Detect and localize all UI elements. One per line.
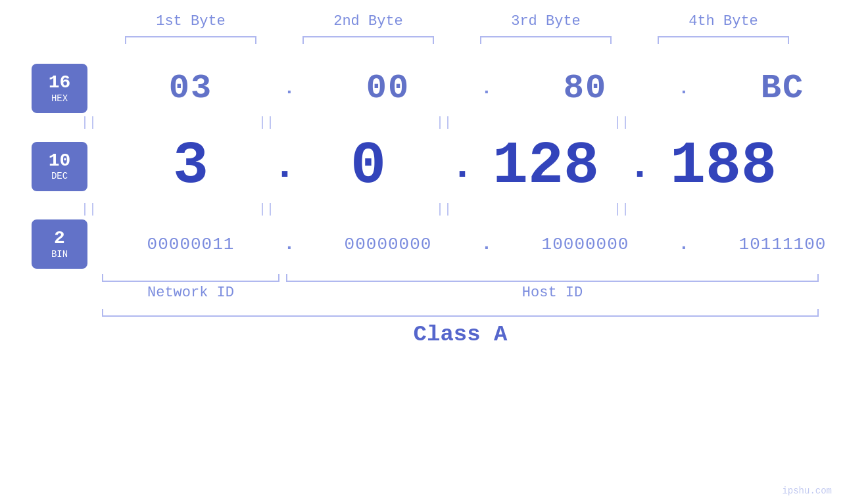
hex-values: 03 . 00 . 80 . BC xyxy=(102,69,845,108)
bin-values: 00000011 . 00000000 . 10000000 . 1011110… xyxy=(102,234,845,254)
hex-row: 16 HEX 03 . 00 . 80 . BC xyxy=(0,64,845,113)
hex-b1: 03 xyxy=(102,69,279,108)
bracket3-line xyxy=(480,36,612,44)
bracket2 xyxy=(279,36,457,44)
eq1-4: || xyxy=(533,116,710,129)
bin-badge-number: 2 xyxy=(54,229,65,249)
eq2-1: || xyxy=(0,203,178,216)
top-brackets xyxy=(102,36,845,44)
bin-b3: 10000000 xyxy=(496,235,674,254)
dec-b1: 3 xyxy=(102,133,279,200)
bin-dot3: . xyxy=(674,234,694,254)
hex-dot3: . xyxy=(674,78,694,99)
bracket3 xyxy=(457,36,635,44)
bin-dot1: . xyxy=(279,234,299,254)
eq1-3: || xyxy=(355,116,533,129)
eq1-1: || xyxy=(0,116,178,129)
bin-badge: 2 BIN xyxy=(32,219,87,269)
bin-b1: 00000011 xyxy=(102,235,279,254)
main-container: 1st Byte 2nd Byte 3rd Byte 4th Byte 16 H… xyxy=(0,0,845,504)
hex-badge-number: 16 xyxy=(49,73,71,93)
hex-b3: 80 xyxy=(496,69,674,108)
hex-badge-label: HEX xyxy=(51,93,68,104)
watermark: ipshu.com xyxy=(782,486,832,496)
equals-row-2: || || || || xyxy=(0,203,845,216)
byte1-header: 1st Byte xyxy=(102,13,279,30)
bottom-section: Network ID Host ID xyxy=(102,274,845,301)
class-section: Class A xyxy=(102,309,819,347)
hex-badge: 16 HEX xyxy=(32,64,87,113)
class-label: Class A xyxy=(102,322,819,347)
bracket1 xyxy=(102,36,279,44)
hex-b2: 00 xyxy=(299,69,477,108)
dec-badge-label: DEC xyxy=(51,171,68,181)
bin-badge-label: BIN xyxy=(51,249,68,260)
eq2-2: || xyxy=(178,203,355,216)
bin-b2: 00000000 xyxy=(299,235,477,254)
network-id-label: Network ID xyxy=(102,285,279,301)
bin-row: 2 BIN 00000011 . 00000000 . 10000000 . 1… xyxy=(0,219,845,269)
byte4-header: 4th Byte xyxy=(635,13,812,30)
dec-badge-number: 10 xyxy=(49,151,71,172)
byte3-header: 3rd Byte xyxy=(457,13,635,30)
host-bracket xyxy=(286,274,819,282)
eq2-4: || xyxy=(533,203,710,216)
dec-row: 10 DEC 3 . 0 . 128 . 188 xyxy=(0,133,845,200)
bottom-labels: Network ID Host ID xyxy=(102,285,845,301)
hex-dot2: . xyxy=(477,78,496,99)
bracket1-line xyxy=(125,36,256,44)
dec-b3: 128 xyxy=(457,133,635,200)
byte2-header: 2nd Byte xyxy=(279,13,457,30)
bin-b4: 10111100 xyxy=(694,235,845,254)
host-id-label: Host ID xyxy=(286,285,819,301)
bracket4 xyxy=(635,36,812,44)
eq1-2: || xyxy=(178,116,355,129)
bracket2-line xyxy=(302,36,434,44)
hex-dot1: . xyxy=(279,78,299,99)
bracket4-line xyxy=(658,36,789,44)
eq2-3: || xyxy=(355,203,533,216)
dec-b4: 188 xyxy=(635,133,812,200)
byte-headers: 1st Byte 2nd Byte 3rd Byte 4th Byte xyxy=(102,13,845,30)
dec-values: 3 . 0 . 128 . 188 xyxy=(102,133,845,200)
network-bracket xyxy=(102,274,279,282)
dec-b2: 0 xyxy=(279,133,457,200)
equals-row-1: || || || || xyxy=(0,116,845,129)
class-bracket xyxy=(102,309,819,317)
bin-dot2: . xyxy=(477,234,496,254)
hex-b4: BC xyxy=(694,69,845,108)
bottom-brackets xyxy=(102,274,845,282)
dec-badge: 10 DEC xyxy=(32,142,87,191)
